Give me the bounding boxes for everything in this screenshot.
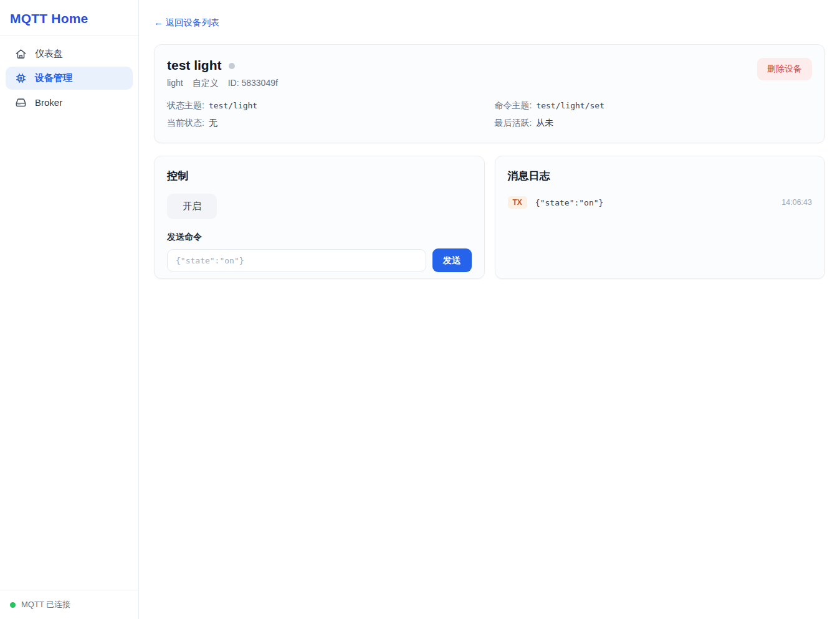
sidebar-item-devices[interactable]: 设备管理 xyxy=(6,67,133,90)
log-timestamp: 14:06:43 xyxy=(781,198,812,207)
message-log-title: 消息日志 xyxy=(508,169,813,183)
message-log-panel: 消息日志 TX {"state":"on"} 14:06:43 xyxy=(495,156,826,279)
device-type: light xyxy=(167,78,183,89)
app-title: MQTT Home xyxy=(0,0,138,36)
control-panel-title: 控制 xyxy=(167,169,472,183)
power-on-button[interactable]: 开启 xyxy=(167,194,217,219)
sidebar-item-label: Broker xyxy=(35,97,62,108)
sidebar: MQTT Home 仪表盘 设备管理 Broker MQTT 已连接 xyxy=(0,0,139,619)
home-icon xyxy=(15,48,27,60)
tx-direction-badge: TX xyxy=(508,196,527,209)
sidebar-item-label: 仪表盘 xyxy=(35,48,63,60)
device-id: ID: 5833049f xyxy=(228,78,278,89)
field-current-state: 当前状态:无 xyxy=(167,118,485,129)
chip-icon xyxy=(15,72,27,84)
main-content: ← 返回设备列表 test light light 自定义 ID: 583304… xyxy=(139,0,840,619)
server-icon xyxy=(15,97,27,108)
device-category: 自定义 xyxy=(193,78,219,89)
device-meta: light 自定义 ID: 5833049f xyxy=(167,78,278,89)
device-card: test light light 自定义 ID: 5833049f 删除设备 状… xyxy=(154,44,825,143)
log-payload: {"state":"on"} xyxy=(535,198,604,207)
send-command-label: 发送命令 xyxy=(167,232,472,243)
field-last-active: 最后活跃:从未 xyxy=(495,118,813,129)
device-name: test light xyxy=(167,58,222,73)
control-panel: 控制 开启 发送命令 发送 xyxy=(154,156,485,279)
device-status-dot-icon xyxy=(229,63,235,69)
device-fields: 状态主题:test/light 命令主题:test/light/set 当前状态… xyxy=(167,100,812,129)
delete-device-button[interactable]: 删除设备 xyxy=(757,58,812,80)
connected-dot-icon xyxy=(10,602,16,608)
connection-status: MQTT 已连接 xyxy=(0,590,138,619)
sidebar-item-dashboard[interactable]: 仪表盘 xyxy=(6,42,133,65)
sidebar-nav: 仪表盘 设备管理 Broker xyxy=(0,36,138,590)
sidebar-item-label: 设备管理 xyxy=(35,72,72,84)
connection-status-label: MQTT 已连接 xyxy=(21,599,70,610)
sidebar-item-broker[interactable]: Broker xyxy=(6,91,133,114)
back-link[interactable]: ← 返回设备列表 xyxy=(154,17,220,29)
command-input[interactable] xyxy=(167,249,426,272)
field-command-topic: 命令主题:test/light/set xyxy=(495,100,813,111)
send-button[interactable]: 发送 xyxy=(432,248,472,272)
field-state-topic: 状态主题:test/light xyxy=(167,100,485,111)
log-entry: TX {"state":"on"} 14:06:43 xyxy=(508,196,813,209)
device-header: test light light 自定义 ID: 5833049f 删除设备 xyxy=(167,58,812,89)
